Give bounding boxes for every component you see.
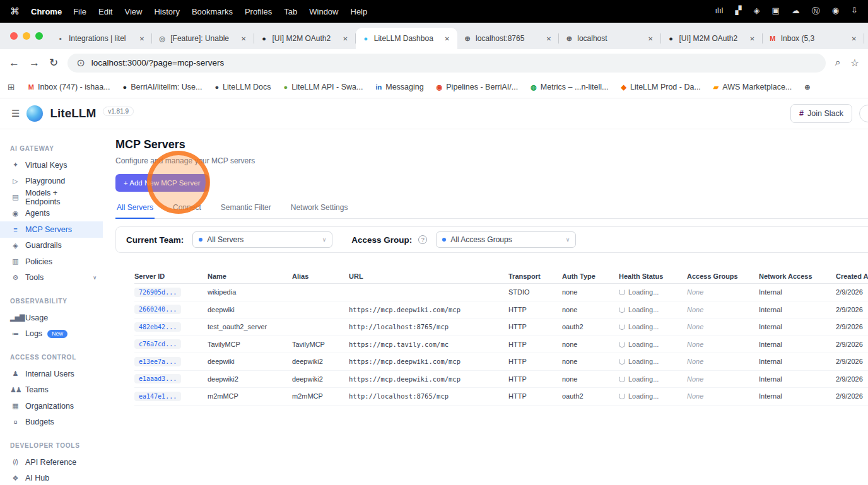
bookmark-item[interactable]: M Inbox (747) - ishaa... xyxy=(23,81,116,93)
table-row[interactable]: 726905d... wikipedia STDIO none Loading.… xyxy=(134,284,868,301)
sidebar-item[interactable]: ⟨/⟩ API Reference ∨ xyxy=(0,454,103,470)
server-id[interactable]: 2660240... xyxy=(134,305,181,314)
sidebar-item[interactable]: ◈ Guardrails ∨ xyxy=(0,238,103,254)
apps-grid-icon[interactable]: ⊞ xyxy=(8,82,15,92)
zoom-button[interactable] xyxy=(35,32,43,40)
tab-close-icon[interactable]: ✕ xyxy=(748,35,756,43)
forward-button[interactable]: → xyxy=(29,57,40,69)
server-id[interactable]: 482eb42... xyxy=(134,322,181,332)
column-header[interactable]: Health Status xyxy=(619,272,687,280)
access-group-select[interactable]: All Access Groups ∨ xyxy=(436,231,576,248)
sidebar-item[interactable]: ✦ Virtual Keys ∨ xyxy=(0,157,103,173)
menubar-item[interactable]: Tab xyxy=(284,7,297,16)
screenshot-icon[interactable]: ▣ xyxy=(771,6,779,17)
column-header[interactable]: Server ID xyxy=(134,272,208,280)
menubar-item[interactable]: File xyxy=(73,7,86,16)
tab-close-icon[interactable]: ✕ xyxy=(850,35,859,43)
bookmark-item[interactable]: ◉ Pipelines - BerriAI/... xyxy=(431,81,524,93)
browser-tab[interactable]: M Inbox (5,3 ✕ xyxy=(763,28,864,49)
sidebar-item[interactable]: ¤ Budgets ∨ xyxy=(0,414,103,431)
sidebar-item[interactable]: ◉ Agents ∨ xyxy=(0,206,103,222)
bookmark-item[interactable]: ● LiteLLM Docs xyxy=(209,81,276,93)
apple-icon[interactable]: ⌘ xyxy=(10,6,20,17)
table-row[interactable]: ea147e1... m2mMCP m2mMCP http://localhos… xyxy=(134,388,868,406)
sidebar-item[interactable]: ♟♟ Teams ∨ xyxy=(0,382,103,399)
back-button[interactable]: ← xyxy=(9,57,20,69)
help-icon[interactable]: ? xyxy=(418,235,427,244)
column-header[interactable]: Alias xyxy=(292,272,349,280)
record-icon[interactable]: ◉ xyxy=(832,6,839,17)
menubar-app-name[interactable]: Chrome xyxy=(31,7,62,16)
table-row[interactable]: e1aaad3... deepwiki2 deepwiki2 https://m… xyxy=(134,371,868,389)
column-header[interactable]: Access Groups xyxy=(687,272,759,280)
sidebar-toggle-icon[interactable]: ☰ xyxy=(11,108,20,119)
table-row[interactable]: c76a7cd... TavilyMCP TavilyMCP https://m… xyxy=(134,336,868,354)
bookmark-item[interactable]: ◍ Metrics – ...n-litell... xyxy=(525,81,614,93)
server-id[interactable]: c76a7cd... xyxy=(134,339,181,349)
column-header[interactable]: URL xyxy=(349,272,508,280)
sidebar-item[interactable]: ≡ MCP Servers ∨ xyxy=(0,221,103,238)
server-id[interactable]: e13ee7a... xyxy=(134,357,181,366)
column-header[interactable]: Transport xyxy=(508,272,562,280)
sidebar-item[interactable]: ▂▅▇ Usage ∨ xyxy=(0,310,103,326)
table-row[interactable]: 2660240... deepwiki https://mcp.deepwiki… xyxy=(134,301,868,319)
site-info-icon[interactable]: ⊙ xyxy=(76,57,85,69)
tab-close-icon[interactable]: ✕ xyxy=(544,35,553,43)
url-text[interactable]: localhost:3000/?page=mcp-servers xyxy=(91,58,225,67)
cloud-icon[interactable]: ☁ xyxy=(792,6,800,17)
content-tab[interactable]: Network Settings xyxy=(290,203,349,218)
menubar-item[interactable]: View xyxy=(124,7,142,16)
sidebar-item[interactable]: ≔ Logs New ∨ xyxy=(0,326,103,342)
sidebar-item[interactable]: ▦ Organizations ∨ xyxy=(0,398,103,414)
browser-tab[interactable]: ● [UI] M2M OAuth2 ✕ xyxy=(661,28,763,49)
sidebar-item[interactable]: ▤ Models + Endpoints ∨ xyxy=(0,189,103,206)
browser-tab[interactable]: ● LiteLLM Dashboa ✕ xyxy=(356,28,457,49)
content-tab[interactable]: Semantic Filter xyxy=(220,203,273,218)
table-row[interactable]: e13ee7a... deepwiki deepwiki2 https://mc… xyxy=(134,353,868,371)
sidebar-item[interactable]: ⚙ Tools ∨ xyxy=(0,270,103,286)
sidebar-item[interactable]: ♟ Internal Users ∨ xyxy=(0,366,103,382)
server-id[interactable]: e1aaad3... xyxy=(134,374,181,383)
menubar-item[interactable]: Edit xyxy=(98,7,112,16)
tab-close-icon[interactable]: ✕ xyxy=(443,35,452,43)
column-header[interactable]: Name xyxy=(208,272,292,280)
join-slack-button[interactable]: # Join Slack xyxy=(790,104,852,123)
menubar-item[interactable]: Bookmarks xyxy=(192,7,233,16)
tab-close-icon[interactable]: ✕ xyxy=(646,35,655,43)
minimize-button[interactable] xyxy=(23,32,30,40)
user-menu-button[interactable] xyxy=(859,105,868,122)
address-bar[interactable]: ⊙ localhost:3000/?page=mcp-servers xyxy=(67,54,825,73)
bookmark-star-icon[interactable]: ☆ xyxy=(850,57,859,69)
browser-tab[interactable]: ● [UI] M2M OAuth2 ✕ xyxy=(254,28,356,49)
browser-tab[interactable]: ◎ [Feature]: Unable ✕ xyxy=(152,28,254,49)
menubar-item[interactable]: Help xyxy=(351,7,368,16)
server-id[interactable]: 726905d... xyxy=(134,288,181,297)
menubar-item[interactable]: History xyxy=(154,7,179,16)
password-shield-icon[interactable]: ◈ xyxy=(753,6,760,17)
search-icon[interactable]: ⌕ xyxy=(835,57,841,69)
bookmark-item[interactable]: in Messaging xyxy=(370,81,429,93)
column-header[interactable]: Network Access xyxy=(759,272,836,280)
table-row[interactable]: 482eb42... test_oauth2_server http://loc… xyxy=(134,318,868,336)
bookmark-item[interactable]: ● BerriAI/litellm: Use... xyxy=(117,81,208,93)
bookmark-item[interactable]: ● LiteLLM API - Swa... xyxy=(278,81,369,93)
reload-button[interactable]: ↻ xyxy=(49,56,58,69)
stats-icon[interactable]: ılıl xyxy=(715,6,723,17)
close-button[interactable] xyxy=(10,32,18,40)
server-id[interactable]: ea147e1... xyxy=(134,392,181,401)
column-header[interactable]: Auth Type xyxy=(562,272,619,280)
content-tab[interactable]: All Servers xyxy=(115,203,155,219)
browser-tab[interactable]: ⊕ localhost:8765 ✕ xyxy=(457,28,559,49)
bookmark-item[interactable]: ▰ AWS Marketplace... xyxy=(708,81,797,93)
bookmark-item[interactable]: ◆ LiteLLM Prod - Da... xyxy=(616,81,707,93)
bookmark-item[interactable]: ⊕ xyxy=(799,81,819,93)
sidebar-item[interactable]: ❖ AI Hub ∨ xyxy=(0,470,103,485)
download-icon[interactable]: ⇩ xyxy=(851,6,858,17)
tab-close-icon[interactable]: ✕ xyxy=(239,35,248,43)
sidebar-item[interactable]: ▥ Policies ∨ xyxy=(0,254,103,270)
content-tab[interactable]: Connect xyxy=(172,203,202,218)
add-mcp-server-button[interactable]: + Add New MCP Server xyxy=(115,174,209,192)
menubar-item[interactable]: Profiles xyxy=(245,7,272,16)
team-select[interactable]: All Servers ∨ xyxy=(192,231,332,248)
monitor-icon[interactable]: ▞ xyxy=(735,6,741,17)
